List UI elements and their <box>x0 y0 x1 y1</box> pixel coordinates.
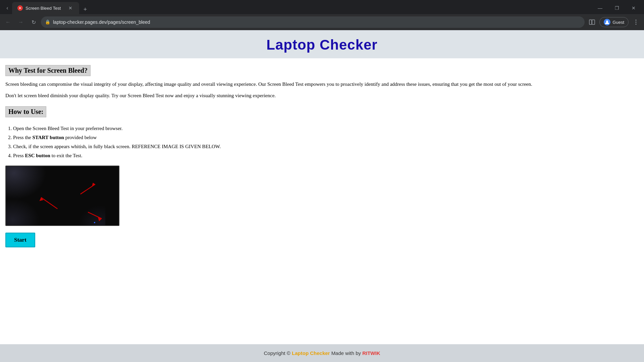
refresh-button[interactable]: ↻ <box>28 17 39 27</box>
browser-titlebar: ‹ Screen Bleed Test ✕ + — ❐ ✕ <box>0 0 644 14</box>
address-bar-container[interactable]: 🔒 laptop-checker.pages.dev/pages/screen_… <box>41 16 585 28</box>
browser-chrome: ‹ Screen Bleed Test ✕ + — ❐ ✕ ← → <box>0 0 644 30</box>
step-2-bold: START button <box>33 135 64 140</box>
profile-avatar <box>604 19 610 25</box>
window-controls: — ❐ ✕ <box>592 3 641 13</box>
list-item: 1. Open the Screen Bleed Test in your pr… <box>8 124 639 133</box>
footer-author: RITWIK <box>362 350 380 356</box>
how-to-heading: How to Use: <box>5 106 46 117</box>
step-1-text: Open the Screen Bleed Test in your prefe… <box>13 126 122 131</box>
address-bar-row: ← → ↻ 🔒 laptop-checker.pages.dev/pages/s… <box>0 14 644 30</box>
svg-line-8 <box>41 197 57 209</box>
reference-image <box>5 166 119 226</box>
svg-line-12 <box>88 212 102 219</box>
close-button[interactable]: ✕ <box>626 3 641 13</box>
step-4-text-after: to exit the Test. <box>52 153 83 158</box>
url-display: laptop-checker.pages.dev/pages/screen_bl… <box>53 19 581 25</box>
forward-button[interactable]: → <box>15 17 26 27</box>
menu-button[interactable] <box>631 17 641 27</box>
instructions-list: 1. Open the Screen Bleed Test in your pr… <box>8 124 639 160</box>
svg-point-7 <box>636 24 637 25</box>
list-item: 4. Press ESC button to exit the Test. <box>8 151 639 160</box>
maximize-button[interactable]: ❐ <box>609 3 625 13</box>
step-4-text-before: Press <box>13 153 25 158</box>
svg-point-5 <box>636 20 637 21</box>
page-wrapper: Laptop Checker Why Test for Screen Bleed… <box>0 30 644 362</box>
step-2-text-after: provided below <box>65 135 97 140</box>
step-4-number: 4. <box>8 153 13 158</box>
security-icon: 🔒 <box>45 19 50 25</box>
footer-copyright: Copyright © <box>264 350 290 356</box>
step-3-text: Check, if the screen appears whitish, in… <box>13 144 221 149</box>
step-3-number: 3. <box>8 144 13 149</box>
step-2-number: 2. <box>8 135 13 140</box>
step-1-number: 1. <box>8 126 13 131</box>
tab-close-button[interactable]: ✕ <box>67 5 74 11</box>
profile-label: Guest <box>612 20 624 25</box>
red-arrows-svg <box>6 166 119 225</box>
start-button[interactable]: Start <box>5 233 35 247</box>
page-title: Laptop Checker <box>0 37 644 53</box>
step-4-bold: ESC button <box>25 153 50 158</box>
tab-strip-back-button[interactable]: ‹ <box>3 3 12 13</box>
profile-button[interactable]: Guest <box>599 17 629 27</box>
tab-bar: Screen Bleed Test ✕ + <box>12 2 592 14</box>
how-to-section: How to Use: 1. Open the Screen Bleed Tes… <box>5 106 639 254</box>
why-test-heading: Why Test for Screen Bleed? <box>5 65 91 76</box>
page-footer: Copyright © Laptop Checker Made with by … <box>0 344 644 362</box>
footer-brand: Laptop Checker <box>292 350 330 356</box>
page-header: Laptop Checker <box>0 30 644 58</box>
svg-point-6 <box>636 22 637 23</box>
tab-favicon <box>17 5 23 11</box>
sidebar-toggle-button[interactable] <box>587 17 597 27</box>
description-1: Screen bleeding can compromise the visua… <box>5 80 639 88</box>
page-content: Why Test for Screen Bleed? Screen bleedi… <box>0 58 644 344</box>
svg-marker-9 <box>40 197 44 201</box>
step-2-text-before: Press the <box>13 135 33 140</box>
svg-marker-11 <box>92 183 95 187</box>
back-button[interactable]: ← <box>3 17 13 27</box>
minimize-button[interactable]: — <box>592 3 608 13</box>
active-tab[interactable]: Screen Bleed Test ✕ <box>12 2 79 14</box>
svg-rect-3 <box>592 20 595 24</box>
svg-rect-2 <box>589 20 592 24</box>
tab-label: Screen Bleed Test <box>25 6 64 11</box>
footer-made-by: Made with by <box>331 350 361 356</box>
description-2: Don't let screen bleed diminish your dis… <box>5 92 639 100</box>
list-item: 2. Press the START button provided below <box>8 133 639 142</box>
new-tab-button[interactable]: + <box>80 5 90 14</box>
list-item: 3. Check, if the screen appears whitish,… <box>8 142 639 151</box>
